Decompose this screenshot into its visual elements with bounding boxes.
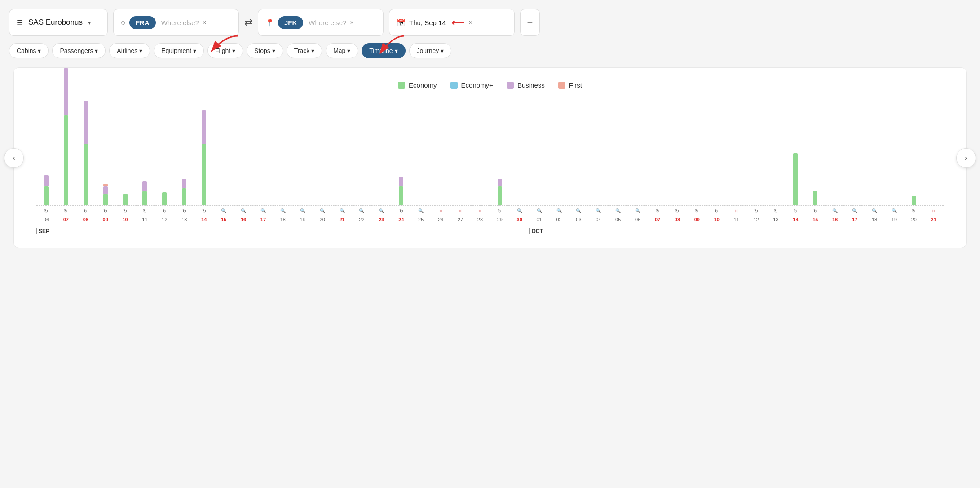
- bar-group[interactable]: [490, 179, 510, 205]
- date-label[interactable]: 02: [549, 217, 569, 222]
- date-label[interactable]: 08: [667, 217, 687, 222]
- date-label[interactable]: 30: [510, 217, 530, 222]
- search-icon[interactable]: 🔍: [569, 208, 588, 214]
- search-icon[interactable]: 🔍: [530, 208, 549, 214]
- date-label[interactable]: 01: [530, 217, 549, 222]
- date-label[interactable]: 11: [135, 217, 155, 222]
- bar-group[interactable]: [56, 68, 76, 205]
- date-label[interactable]: 10: [707, 217, 727, 222]
- search-icon[interactable]: 🔍: [352, 208, 372, 214]
- refresh-icon[interactable]: ↻: [36, 208, 56, 214]
- search-icon[interactable]: 🔍: [588, 208, 608, 214]
- date-label[interactable]: 16: [825, 217, 845, 222]
- date-label[interactable]: 09: [96, 217, 115, 222]
- refresh-icon[interactable]: ↻: [648, 208, 667, 214]
- filter-passengers[interactable]: Passengers ▾: [52, 43, 106, 58]
- bar-group[interactable]: [391, 177, 411, 205]
- date-label[interactable]: 03: [569, 217, 588, 222]
- bar-group[interactable]: [786, 153, 805, 205]
- filter-stops[interactable]: Stops ▾: [247, 43, 283, 58]
- date-label[interactable]: 20: [904, 217, 924, 222]
- filter-airlines[interactable]: Airlines ▾: [109, 43, 150, 58]
- date-label[interactable]: 22: [352, 217, 372, 222]
- date-label[interactable]: 24: [391, 217, 411, 222]
- date-label[interactable]: 16: [234, 217, 253, 222]
- date-label[interactable]: 21: [332, 217, 352, 222]
- date-label[interactable]: 13: [174, 217, 194, 222]
- date-label[interactable]: 15: [214, 217, 234, 222]
- search-icon[interactable]: 🔍: [214, 208, 234, 214]
- refresh-icon[interactable]: ↻: [56, 208, 76, 214]
- bar-group[interactable]: [135, 181, 155, 205]
- origin-box[interactable]: ○ FRA Where else? ×: [113, 9, 239, 36]
- no-flight-icon[interactable]: ✕: [924, 208, 944, 214]
- search-icon[interactable]: 🔍: [411, 208, 431, 214]
- date-label[interactable]: 09: [687, 217, 707, 222]
- next-button[interactable]: ›: [956, 148, 976, 168]
- no-flight-icon[interactable]: ✕: [450, 208, 470, 214]
- date-label[interactable]: 07: [56, 217, 76, 222]
- search-icon[interactable]: 🔍: [628, 208, 648, 214]
- no-flight-icon[interactable]: ✕: [470, 208, 490, 214]
- date-label[interactable]: 11: [727, 217, 746, 222]
- date-box[interactable]: 📅 Thu, Sep 14 ⟵ ×: [389, 9, 515, 36]
- refresh-icon[interactable]: ↻: [786, 208, 805, 214]
- search-icon[interactable]: 🔍: [510, 208, 530, 214]
- bar-group[interactable]: [805, 191, 825, 205]
- swap-icon[interactable]: ⇄: [244, 17, 252, 28]
- refresh-icon[interactable]: ↻: [155, 208, 174, 214]
- date-label[interactable]: 14: [194, 217, 214, 222]
- refresh-icon[interactable]: ↻: [115, 208, 135, 214]
- search-icon[interactable]: 🔍: [371, 208, 391, 214]
- refresh-icon[interactable]: ↻: [490, 208, 510, 214]
- refresh-icon[interactable]: ↻: [194, 208, 214, 214]
- no-flight-icon[interactable]: ✕: [431, 208, 450, 214]
- date-label[interactable]: 25: [411, 217, 431, 222]
- search-icon[interactable]: 🔍: [825, 208, 845, 214]
- refresh-icon[interactable]: ↻: [174, 208, 194, 214]
- date-label[interactable]: 08: [76, 217, 96, 222]
- refresh-icon[interactable]: ↻: [904, 208, 924, 214]
- bar-group[interactable]: [904, 196, 924, 205]
- filter-track[interactable]: Track ▾: [287, 43, 322, 58]
- filter-flight[interactable]: Flight ▾: [207, 43, 243, 58]
- origin-close-icon[interactable]: ×: [203, 19, 206, 26]
- refresh-icon[interactable]: ↻: [707, 208, 727, 214]
- filter-timeline[interactable]: Timeline ▾: [362, 43, 405, 58]
- date-label[interactable]: 05: [608, 217, 628, 222]
- date-label[interactable]: 10: [115, 217, 135, 222]
- refresh-icon[interactable]: ↻: [746, 208, 766, 214]
- search-icon[interactable]: 🔍: [273, 208, 293, 214]
- search-icon[interactable]: 🔍: [549, 208, 569, 214]
- refresh-icon[interactable]: ↻: [391, 208, 411, 214]
- bar-group[interactable]: [36, 175, 56, 205]
- search-icon[interactable]: 🔍: [253, 208, 273, 214]
- date-label[interactable]: 04: [588, 217, 608, 222]
- search-icon[interactable]: 🔍: [865, 208, 884, 214]
- date-label[interactable]: 17: [845, 217, 865, 222]
- filter-equipment[interactable]: Equipment ▾: [154, 43, 204, 58]
- date-label[interactable]: 13: [766, 217, 786, 222]
- search-icon[interactable]: 🔍: [884, 208, 904, 214]
- search-icon[interactable]: 🔍: [313, 208, 332, 214]
- date-label[interactable]: 23: [371, 217, 391, 222]
- date-label[interactable]: 15: [805, 217, 825, 222]
- date-label[interactable]: 06: [628, 217, 648, 222]
- refresh-icon[interactable]: ↻: [76, 208, 96, 214]
- refresh-icon[interactable]: ↻: [687, 208, 707, 214]
- date-label[interactable]: 07: [648, 217, 667, 222]
- search-icon[interactable]: 🔍: [845, 208, 865, 214]
- bar-group[interactable]: [155, 192, 174, 205]
- date-label[interactable]: 12: [155, 217, 174, 222]
- bar-group[interactable]: [194, 110, 214, 205]
- date-label[interactable]: 27: [450, 217, 470, 222]
- search-icon[interactable]: 🔍: [332, 208, 352, 214]
- bar-group[interactable]: [96, 184, 115, 205]
- filter-cabins[interactable]: Cabins ▾: [9, 43, 49, 58]
- date-label[interactable]: 12: [746, 217, 766, 222]
- date-label[interactable]: 21: [924, 217, 944, 222]
- refresh-icon[interactable]: ↻: [805, 208, 825, 214]
- destination-close-icon[interactable]: ×: [350, 19, 354, 26]
- bar-group[interactable]: [76, 101, 96, 205]
- date-label[interactable]: 18: [273, 217, 293, 222]
